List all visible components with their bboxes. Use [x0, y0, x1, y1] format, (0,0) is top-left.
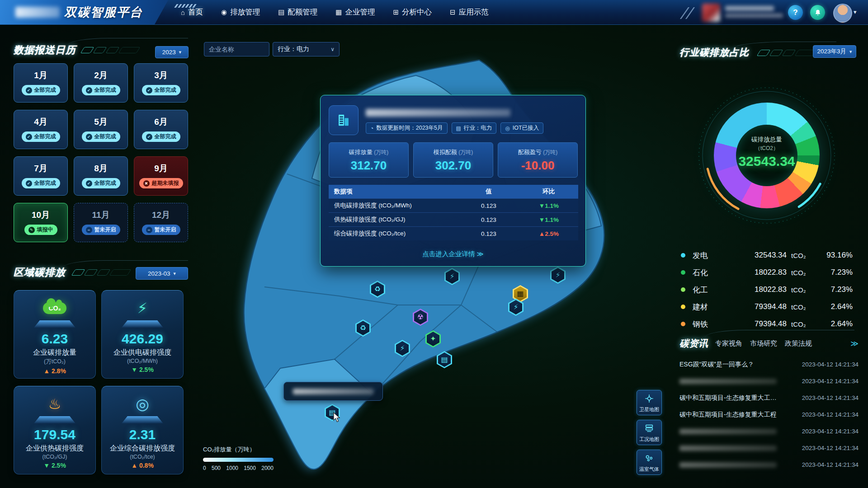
metric-value: 426.29	[102, 331, 183, 347]
legend-value: 79394.48	[734, 319, 787, 328]
calendar-header-line	[68, 38, 188, 46]
calendar-month-card[interactable]: 12月 − 暂未开启	[134, 203, 188, 242]
month-label: 7月	[14, 163, 67, 174]
metric-value: 179.54	[14, 427, 95, 442]
scale-tick: 2000	[261, 465, 274, 471]
notifications-button[interactable]	[810, 5, 825, 20]
user-menu-caret[interactable]: ▾	[854, 9, 857, 15]
nav-item-label: 排放管理	[230, 7, 260, 17]
legend-unit: tCO₂	[791, 252, 815, 259]
nav-item[interactable]: ⊟ 应用示范	[450, 7, 489, 17]
industry-filter-select[interactable]: 行业：电力 ∨	[273, 42, 340, 56]
month-label: 4月	[14, 116, 67, 128]
calendar-year-select[interactable]: 2023 ▾	[155, 46, 189, 58]
nav-item-label: 首页	[188, 7, 203, 17]
user-avatar[interactable]	[833, 4, 852, 23]
help-button[interactable]: ?	[788, 5, 803, 20]
nav-item[interactable]: ⌂ 首页	[181, 7, 203, 17]
enterprise-stat-box: 模拟配额 (万吨) 302.70	[413, 142, 493, 178]
co2-scale-legend: CO₂排放量（万吨） 0500100015002000	[203, 446, 274, 471]
industry-legend: 发电 32543.34 tCO₂ 93.16% 石化 18022.83 tCO₂…	[681, 247, 853, 333]
news-item[interactable]: ESG跟“双碳”是一回事么？ 2023-04-12 14:21:34	[679, 356, 859, 373]
calendar-month-card[interactable]: 11月 − 暂未开启	[74, 203, 128, 242]
row-value: 0.123	[458, 227, 519, 241]
legend-row: 钢铁 79394.48 tCO₂ 2.64%	[681, 315, 853, 333]
news-item[interactable]: 碳中和五期项目-生态修复重大工程... 2023-04-12 14:21:34	[679, 389, 859, 406]
enterprise-stat-box: 配额盈亏 (万吨) -10.00	[498, 142, 578, 178]
month-label: 12月	[134, 209, 188, 221]
month-label: 6月	[134, 116, 188, 128]
month-status-text: 暂未开启	[94, 226, 116, 234]
news-tab[interactable]: 市场研究	[750, 339, 777, 348]
calendar-month-card[interactable]: 2月 ✔ 全部完成	[74, 63, 128, 103]
table-row: 综合碳排放强度 (tCO₂/tce) 0.123 ▲2.5%	[329, 227, 578, 241]
legend-dot	[681, 305, 685, 309]
nav-item[interactable]: ▤ 配额管理	[278, 7, 317, 17]
nav-item[interactable]: ◉ 排放管理	[221, 7, 260, 17]
badge-text: 数据更新时间：2023年5月	[376, 124, 443, 132]
company-search-input[interactable]	[204, 42, 269, 56]
legend-industry-name: 建材	[693, 302, 734, 312]
metric-unit: (万tCO₂)	[14, 358, 95, 366]
calendar-month-card[interactable]: 5月 ✔ 全部完成	[74, 110, 128, 149]
enterprise-detail-link[interactable]: 点击进入企业详情 ≫	[321, 250, 585, 258]
enterprise-badges: ◔ 数据更新时间：2023年5月 ▤ 行业：电力 ◎ IOT已接入	[366, 122, 543, 134]
total-emission-title: 碳排放总量	[722, 136, 812, 144]
month-label: 11月	[74, 209, 127, 221]
calendar-month-card[interactable]: 6月 ✔ 全部完成	[134, 110, 188, 149]
co2-legend-label: CO₂排放量（万吨）	[203, 446, 274, 454]
row-name: 供热碳排放强度 (tCO₂/GJ)	[329, 213, 458, 227]
nav-item[interactable]: ⊞ 分析中心	[393, 7, 432, 17]
calendar-month-card[interactable]: 9月 ✖ 超期未填报	[134, 156, 188, 196]
legend-value: 18022.83	[734, 268, 787, 277]
calendar-month-card[interactable]: 1月 ✔ 全部完成	[14, 63, 68, 103]
news-item[interactable]: 碳中和五期项目-生态修复重大工程 2023-04-12 14:21:34	[679, 406, 859, 423]
region-month-select[interactable]: 2023-03 ▾	[136, 267, 188, 280]
month-status-text: 超期未填报	[152, 179, 179, 187]
news-tab[interactable]: 专家视角	[715, 339, 742, 348]
row-value: 0.123	[458, 199, 519, 213]
industry-month-select[interactable]: 2023年3月 ▾	[813, 45, 856, 58]
month-status-text: 全部完成	[94, 86, 116, 94]
calendar-month-card[interactable]: 8月 ✔ 全部完成	[74, 156, 128, 196]
calendar-month-card[interactable]: 7月 ✔ 全部完成	[14, 156, 68, 196]
calendar-month-card[interactable]: 3月 ✔ 全部完成	[134, 63, 188, 103]
region-month-value: 2023-03	[148, 270, 170, 277]
nav-item-label: 分析中心	[402, 7, 432, 17]
scale-tick: 1500	[244, 465, 256, 471]
news-item[interactable]: 2023-04-12 14:21:34	[679, 373, 859, 389]
redacted-user-org	[725, 14, 783, 18]
calendar-month-card[interactable]: 4月 ✔ 全部完成	[14, 110, 68, 149]
news-more-arrow[interactable]: ≫	[850, 339, 859, 348]
metric-icon: ◎	[102, 393, 183, 415]
month-status-badge: ✎ 填报中	[24, 225, 57, 235]
redacted-news-title	[679, 462, 777, 468]
co2-scale-ticks: 0500100015002000	[203, 465, 274, 471]
metric-delta: ▲ 0.8%	[102, 462, 183, 469]
calendar-month-card[interactable]: 10月 ✎ 填报中	[14, 203, 68, 242]
legend-value: 18022.83	[734, 285, 787, 294]
news-item[interactable]: 2023-04-12 14:21:34	[679, 456, 859, 473]
badge-icon: ▤	[456, 125, 461, 131]
enterprise-logo-tile	[329, 105, 359, 135]
brand-title: 双碳智服平台	[64, 4, 143, 20]
news-tab[interactable]: 政策法规	[785, 339, 812, 348]
redacted-tooltip-text	[293, 389, 373, 394]
badge-icon: ◎	[505, 125, 509, 131]
news-item[interactable]: 2023-04-12 14:21:34	[679, 440, 859, 456]
metric-card: ♨ 179.54 企业供热碳排强度 (tCO₂/GJ) ▼ 2.5%	[14, 386, 96, 474]
month-status-icon: ✎	[28, 227, 35, 233]
icon-pedestal-decor	[122, 416, 163, 423]
icon-pedestal-decor	[34, 320, 75, 328]
legend-industry-name: 发电	[693, 250, 734, 261]
legend-percent: 7.23%	[815, 285, 853, 294]
scale-tick: 500	[212, 465, 221, 471]
layer-button-operating[interactable]: 工况地图	[637, 420, 662, 445]
industry-month-value: 2023年3月	[817, 47, 846, 56]
nav-item[interactable]: ▦ 企业管理	[335, 7, 375, 17]
layer-button-greenhouse-gas[interactable]: 温室气体	[637, 450, 662, 475]
layer-button-satellite[interactable]: 卫星地图	[637, 390, 662, 415]
month-label: 8月	[74, 163, 127, 174]
news-item[interactable]: 2023-04-12 14:21:34	[679, 423, 859, 440]
month-label: 5月	[74, 116, 127, 128]
